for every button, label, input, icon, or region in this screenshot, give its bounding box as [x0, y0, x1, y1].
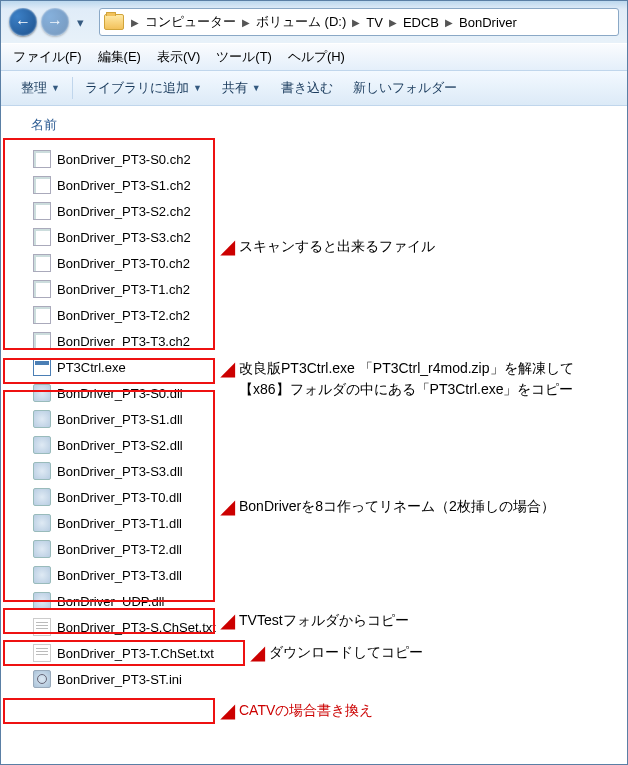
new-folder-button[interactable]: 新しいフォルダー — [343, 75, 467, 101]
component-icon — [33, 384, 51, 402]
file-name: BonDriver_PT3-S3.dll — [57, 464, 183, 479]
annotation-text: BonDriverを8コ作ってリネーム（2枚挿しの場合） — [239, 496, 555, 517]
file-name: BonDriver_PT3-S2.dll — [57, 438, 183, 453]
file-name: BonDriver_PT3-T0.ch2 — [57, 256, 190, 271]
document-icon — [33, 228, 51, 246]
toolbar: 整理▼ ライブラリに追加▼ 共有▼ 書き込む 新しいフォルダー — [1, 71, 627, 106]
annotation-text: TVTestフォルダからコピー — [239, 610, 409, 631]
file-name: BonDriver_PT3-T2.ch2 — [57, 308, 190, 323]
callout-arrow-icon: ◢ — [221, 608, 235, 635]
component-icon — [33, 592, 51, 610]
menu-tools[interactable]: ツール(T) — [210, 46, 278, 68]
callout-arrow-icon: ◢ — [221, 494, 235, 521]
add-to-library-button[interactable]: ライブラリに追加▼ — [75, 75, 212, 101]
settings-file-icon — [33, 670, 51, 688]
file-item[interactable]: BonDriver_PT3-S3.dll — [27, 458, 627, 484]
chevron-right-icon: ▶ — [386, 17, 400, 28]
breadcrumb[interactable]: ▶ コンピューター ▶ ボリューム (D:) ▶ TV ▶ EDCB ▶ Bon… — [128, 13, 520, 31]
file-item[interactable]: BonDriver_PT3-S2.ch2 — [27, 198, 627, 224]
file-name: PT3Ctrl.exe — [57, 360, 126, 375]
breadcrumb-item[interactable]: BonDriver — [456, 15, 520, 30]
application-icon — [33, 358, 51, 376]
chevron-right-icon: ▶ — [442, 17, 456, 28]
file-name: BonDriver_PT3-T3.ch2 — [57, 334, 190, 349]
organize-button[interactable]: 整理▼ — [11, 75, 70, 101]
file-name: BonDriver_PT3-T.ChSet.txt — [57, 646, 214, 661]
annotation-text: スキャンすると出来るファイル — [239, 236, 435, 257]
annotation-exe: ◢ 改良版PT3Ctrl.exe 「PT3Ctrl_r4mod.zip」を解凍し… — [221, 358, 611, 400]
chevron-right-icon: ▶ — [239, 17, 253, 28]
breadcrumb-item[interactable]: TV — [363, 15, 386, 30]
file-name: BonDriver_PT3-ST.ini — [57, 672, 182, 687]
chevron-right-icon: ▶ — [128, 17, 142, 28]
arrow-left-icon: ← — [15, 13, 31, 31]
component-icon — [33, 540, 51, 558]
annotation-dll: ◢ BonDriverを8コ作ってリネーム（2枚挿しの場合） — [221, 496, 601, 521]
document-icon — [33, 176, 51, 194]
file-item[interactable]: BonDriver_PT3-S0.ch2 — [27, 146, 627, 172]
annotation-chset: ◢ ダウンロードしてコピー — [251, 642, 611, 667]
file-item[interactable]: BonDriver_PT3-T1.ch2 — [27, 276, 627, 302]
nav-forward-button[interactable]: → — [41, 8, 69, 36]
address-bar[interactable]: ▶ コンピューター ▶ ボリューム (D:) ▶ TV ▶ EDCB ▶ Bon… — [99, 8, 619, 36]
breadcrumb-item[interactable]: EDCB — [400, 15, 442, 30]
component-icon — [33, 436, 51, 454]
document-icon — [33, 280, 51, 298]
menu-edit[interactable]: 編集(E) — [92, 46, 147, 68]
file-item[interactable]: BonDriver_PT3-ST.ini — [27, 666, 627, 692]
document-icon — [33, 306, 51, 324]
nav-history-dropdown[interactable]: ▾ — [73, 15, 87, 30]
nav-back-button[interactable]: ← — [9, 8, 37, 36]
menu-file[interactable]: ファイル(F) — [7, 46, 88, 68]
explorer-window: ← → ▾ ▶ コンピューター ▶ ボリューム (D:) ▶ TV ▶ EDCB… — [0, 0, 628, 765]
menubar: ファイル(F) 編集(E) 表示(V) ツール(T) ヘルプ(H) — [1, 43, 627, 71]
chevron-down-icon: ▼ — [193, 83, 202, 93]
annotation-text: ダウンロードしてコピー — [269, 642, 423, 663]
document-icon — [33, 332, 51, 350]
arrow-right-icon: → — [47, 13, 63, 31]
breadcrumb-item[interactable]: コンピューター — [142, 13, 239, 31]
callout-arrow-icon: ◢ — [221, 698, 235, 725]
file-name: BonDriver_PT3-S1.dll — [57, 412, 183, 427]
file-item[interactable]: BonDriver_PT3-T2.ch2 — [27, 302, 627, 328]
annotation-udp: ◢ TVTestフォルダからコピー — [221, 610, 601, 635]
callout-arrow-icon: ◢ — [221, 356, 235, 383]
component-icon — [33, 488, 51, 506]
column-header-name[interactable]: 名前 — [27, 116, 627, 134]
file-name: BonDriver_PT3-S0.dll — [57, 386, 183, 401]
file-name: BonDriver_PT3-S.ChSet.txt — [57, 620, 216, 635]
component-icon — [33, 566, 51, 584]
file-name: BonDriver_PT3-S1.ch2 — [57, 178, 191, 193]
component-icon — [33, 462, 51, 480]
file-item[interactable]: BonDriver_PT3-S2.dll — [27, 432, 627, 458]
file-name: BonDriver_PT3-T0.dll — [57, 490, 182, 505]
file-name: BonDriver_PT3-T1.ch2 — [57, 282, 190, 297]
burn-button[interactable]: 書き込む — [271, 75, 343, 101]
share-button[interactable]: 共有▼ — [212, 75, 271, 101]
file-item[interactable]: BonDriver_PT3-T2.dll — [27, 536, 627, 562]
file-item[interactable]: BonDriver_PT3-S1.dll — [27, 406, 627, 432]
document-icon — [33, 202, 51, 220]
annotation-box-ini — [3, 698, 215, 724]
annotation-ini: ◢ CATVの場合書き換え — [221, 700, 601, 725]
callout-arrow-icon: ◢ — [251, 640, 265, 667]
chevron-right-icon: ▶ — [349, 17, 363, 28]
document-icon — [33, 254, 51, 272]
file-item[interactable]: BonDriver_PT3-S1.ch2 — [27, 172, 627, 198]
text-file-icon — [33, 618, 51, 636]
annotation-ch2: ◢ スキャンすると出来るファイル — [221, 236, 601, 261]
file-item[interactable]: BonDriver_PT3-T3.ch2 — [27, 328, 627, 354]
file-name: BonDriver_UDP.dll — [57, 594, 164, 609]
breadcrumb-item[interactable]: ボリューム (D:) — [253, 13, 349, 31]
file-name: BonDriver_PT3-S2.ch2 — [57, 204, 191, 219]
file-item[interactable]: BonDriver_PT3-T3.dll — [27, 562, 627, 588]
menu-view[interactable]: 表示(V) — [151, 46, 206, 68]
titlebar: ← → ▾ ▶ コンピューター ▶ ボリューム (D:) ▶ TV ▶ EDCB… — [1, 1, 627, 43]
folder-icon — [104, 14, 124, 30]
chevron-down-icon: ▼ — [51, 83, 60, 93]
file-name: BonDriver_PT3-S3.ch2 — [57, 230, 191, 245]
file-name: BonDriver_PT3-T2.dll — [57, 542, 182, 557]
document-icon — [33, 150, 51, 168]
chevron-down-icon: ▼ — [252, 83, 261, 93]
menu-help[interactable]: ヘルプ(H) — [282, 46, 351, 68]
